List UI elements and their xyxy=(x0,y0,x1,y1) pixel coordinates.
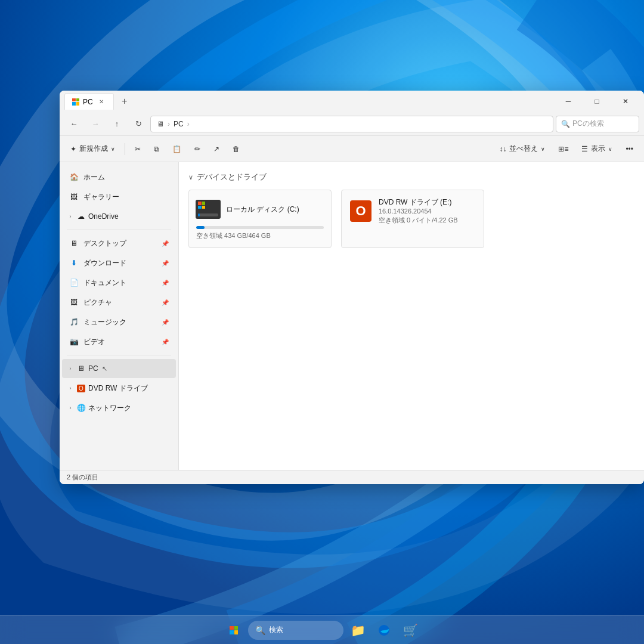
paste-button[interactable]: 📋 xyxy=(166,140,187,159)
back-button[interactable]: ← xyxy=(64,114,83,134)
sidebar-network-label: ネットワーク xyxy=(88,403,131,413)
sidebar-documents-label: ドキュメント xyxy=(83,278,126,288)
group-button[interactable]: ⊞≡ xyxy=(552,140,574,159)
pin-icon-documents: 📌 xyxy=(162,280,169,286)
e-drive-item[interactable]: O DVD RW ドライブ (E:) 16.0.14326.20454 空き領域… xyxy=(341,190,484,248)
sep1 xyxy=(125,143,125,155)
sidebar-item-gallery[interactable]: 🖼 ギャラリー xyxy=(62,187,176,206)
tab-close-button[interactable]: ✕ xyxy=(97,97,106,107)
sidebar-item-music[interactable]: 🎵 ミュージック 📌 xyxy=(62,312,176,332)
pin-icon-videos: 📌 xyxy=(162,339,169,345)
sidebar-item-network[interactable]: › 🌐 ネットワーク xyxy=(62,398,176,417)
more-button[interactable]: ••• xyxy=(620,140,639,159)
taskbar-explorer[interactable]: 📁 xyxy=(346,618,370,642)
taskbar-edge[interactable] xyxy=(372,618,396,642)
monitor-icon: 🖥 xyxy=(157,120,164,128)
delete-button[interactable]: 🗑 xyxy=(227,140,246,159)
e-drive-header: O DVD RW ドライブ (E:) 16.0.14326.20454 空き領域… xyxy=(349,197,476,225)
group-icon: ⊞≡ xyxy=(558,145,568,153)
new-button[interactable]: ✦ 新規作成 ∨ xyxy=(64,140,121,159)
tab-bar: PC ✕ + xyxy=(64,93,550,110)
share-icon: ↗ xyxy=(213,145,219,153)
c-drive-header: ローカル ディスク (C:) xyxy=(196,197,324,221)
start-button[interactable] xyxy=(222,618,246,642)
forward-button[interactable]: → xyxy=(86,114,105,134)
expand-arrow-onedrive: › xyxy=(67,213,74,220)
c-drive-capacity: 空き領域 434 GB/464 GB xyxy=(196,231,324,240)
taskbar-search-label: 検索 xyxy=(269,625,283,635)
sidebar-item-downloads[interactable]: ⬇ ダウンロード 📌 xyxy=(62,253,176,273)
taskbar-search[interactable]: 🔍 検索 xyxy=(248,621,343,640)
minimize-button[interactable]: ─ xyxy=(555,92,582,111)
e-drive-version: 16.0.14326.20454 xyxy=(379,208,458,215)
view-label: 表示 xyxy=(591,144,605,154)
view-icon: ☰ xyxy=(581,145,588,153)
c-drive-progress-bar-container: 空き領域 434 GB/464 GB xyxy=(196,226,324,240)
sidebar-item-pc[interactable]: › 🖥 PC ↖ xyxy=(62,359,176,378)
dvd-office-icon: O xyxy=(349,199,373,223)
toolbar: ✦ 新規作成 ∨ ✂ ⧉ 📋 ✏ ↗ 🗑 ↕↓ 並べ替え ∨ ⊞≡ xyxy=(60,136,644,162)
close-button[interactable]: ✕ xyxy=(612,92,639,111)
taskbar: 🔍 検索 📁 🛒 xyxy=(0,615,644,644)
sidebar-item-desktop[interactable]: 🖥 デスクトップ 📌 xyxy=(62,234,176,253)
c-drive-item[interactable]: ローカル ディスク (C:) 空き領域 434 GB/464 GB xyxy=(188,190,332,248)
sidebar-item-onedrive[interactable]: › ☁ OneDrive xyxy=(62,207,176,226)
music-icon: 🎵 xyxy=(69,317,79,327)
address-bar[interactable]: 🖥 › PC › xyxy=(150,116,553,132)
cut-icon: ✂ xyxy=(135,145,141,153)
search-box[interactable]: 🔍 PCの検索 xyxy=(556,116,639,132)
copy-button[interactable]: ⧉ xyxy=(148,140,165,159)
active-tab[interactable]: PC ✕ xyxy=(64,93,114,110)
refresh-button[interactable]: ↻ xyxy=(129,114,148,134)
window-controls: ─ □ ✕ xyxy=(555,92,639,111)
home-icon: 🏠 xyxy=(69,172,79,182)
section-header: ∨ デバイスとドライブ xyxy=(188,172,634,182)
maximize-button[interactable]: □ xyxy=(583,92,611,111)
c-drive-name: ローカル ディスク (C:) xyxy=(226,205,299,215)
address-path: PC xyxy=(174,120,184,128)
item-count: 2 個の項目 xyxy=(67,473,98,482)
more-icon: ••• xyxy=(626,145,633,153)
hdd-drive-icon xyxy=(196,197,220,221)
cursor-indicator: ↖ xyxy=(102,365,107,373)
new-label: 新規作成 xyxy=(79,144,108,154)
main-content: ∨ デバイスとドライブ xyxy=(179,162,644,470)
delete-icon: 🗑 xyxy=(233,145,240,153)
view-button[interactable]: ☰ 表示 ∨ xyxy=(575,140,618,159)
gallery-icon: 🖼 xyxy=(69,192,79,202)
sidebar: 🏠 ホーム 🖼 ギャラリー › ☁ OneDrive 🖥 デスクトップ 📌 xyxy=(60,162,179,470)
cut-button[interactable]: ✂ xyxy=(129,140,147,159)
sidebar-dvd-label: DVD RW ドライブ xyxy=(88,383,148,394)
pin-icon-music: 📌 xyxy=(162,319,169,326)
sidebar-home-label: ホーム xyxy=(83,172,105,182)
sidebar-item-videos[interactable]: 📷 ビデオ 📌 xyxy=(62,332,176,351)
sidebar-item-pictures[interactable]: 🖼 ピクチャ 📌 xyxy=(62,293,176,312)
drives-grid: ローカル ディスク (C:) 空き領域 434 GB/464 GB xyxy=(188,190,634,248)
up-button[interactable]: ↑ xyxy=(107,114,126,134)
share-button[interactable]: ↗ xyxy=(208,140,225,159)
dvd-icon: O xyxy=(76,383,86,393)
picture-icon: 🖼 xyxy=(69,298,79,307)
sort-label: 並べ替え xyxy=(509,144,538,154)
rename-icon: ✏ xyxy=(194,145,200,153)
sidebar-item-documents[interactable]: 📄 ドキュメント 📌 xyxy=(62,273,176,292)
content-area: 🏠 ホーム 🖼 ギャラリー › ☁ OneDrive 🖥 デスクトップ 📌 xyxy=(60,162,644,470)
edge-icon xyxy=(378,624,390,636)
section-arrow: ∨ xyxy=(188,174,193,181)
new-tab-button[interactable]: + xyxy=(116,93,133,110)
explorer-window: PC ✕ + ─ □ ✕ ← → ↑ ↻ 🖥 › PC › xyxy=(60,91,644,484)
c-drive-progress-fill xyxy=(196,226,205,229)
tab-label: PC xyxy=(83,98,93,106)
sidebar-item-dvd[interactable]: › O DVD RW ドライブ xyxy=(62,379,176,398)
taskbar-store[interactable]: 🛒 xyxy=(398,618,422,642)
address-separator2: › xyxy=(187,120,190,128)
expand-arrow-pc: › xyxy=(67,365,74,372)
expand-arrow-dvd: › xyxy=(67,385,74,392)
sort-icon: ↕↓ xyxy=(499,145,506,153)
pin-icon-downloads: 📌 xyxy=(162,260,169,267)
sort-button[interactable]: ↕↓ 並べ替え ∨ xyxy=(493,140,551,159)
rename-button[interactable]: ✏ xyxy=(188,140,206,159)
sidebar-desktop-label: デスクトップ xyxy=(83,239,126,249)
sidebar-item-home[interactable]: 🏠 ホーム xyxy=(62,168,176,187)
address-separator: › xyxy=(168,120,170,128)
